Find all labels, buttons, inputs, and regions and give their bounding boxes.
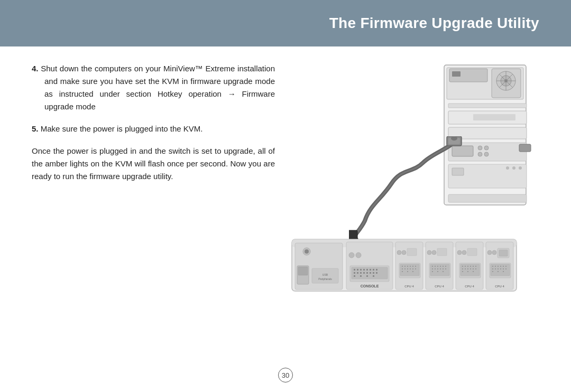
svg-point-112 (432, 250, 436, 255)
svg-point-133 (457, 250, 462, 255)
svg-rect-128 (473, 268, 474, 269)
svg-rect-131 (467, 271, 468, 272)
svg-point-26 (512, 166, 515, 170)
svg-rect-102 (432, 268, 433, 269)
svg-point-134 (462, 250, 466, 255)
svg-text:CONSOLE: CONSOLE (361, 284, 379, 288)
svg-rect-113 (437, 248, 447, 256)
svg-rect-86 (402, 271, 403, 272)
svg-rect-64 (354, 275, 355, 277)
svg-rect-151 (505, 268, 506, 269)
svg-rect-65 (360, 275, 362, 277)
svg-rect-83 (410, 268, 411, 269)
kvm-switch: USB Peripherals CONSOLE (291, 237, 518, 295)
svg-text:CPU 4: CPU 4 (465, 285, 474, 288)
svg-rect-66 (366, 275, 368, 277)
svg-rect-82 (407, 268, 408, 269)
svg-rect-108 (432, 271, 433, 272)
svg-rect-14 (473, 114, 515, 120)
svg-rect-43 (298, 267, 308, 275)
svg-text:Peripherals: Peripherals (318, 277, 332, 281)
svg-rect-51 (363, 269, 365, 270)
svg-rect-62 (373, 272, 374, 274)
svg-rect-119 (465, 266, 466, 267)
svg-rect-11 (452, 71, 461, 77)
illustration-area: USB Peripherals CONSOLE (286, 62, 539, 305)
svg-rect-109 (437, 271, 438, 272)
svg-rect-130 (462, 271, 463, 272)
svg-rect-80 (402, 268, 403, 269)
svg-point-89 (397, 250, 401, 255)
svg-rect-59 (363, 272, 365, 274)
svg-rect-54 (373, 269, 374, 270)
svg-rect-110 (443, 271, 444, 272)
step-4-text: 4. Shut down the computers on your MiniV… (32, 62, 275, 113)
svg-point-155 (487, 250, 492, 255)
svg-point-111 (427, 250, 431, 255)
sub-paragraph: Once the power is plugged in and the swi… (32, 145, 275, 183)
svg-rect-148 (498, 268, 499, 269)
svg-rect-146 (492, 268, 493, 269)
svg-rect-12 (448, 104, 527, 108)
text-section: 4. Shut down the computers on your MiniV… (32, 62, 275, 305)
svg-rect-55 (376, 269, 377, 270)
svg-point-68 (349, 253, 354, 258)
svg-rect-49 (357, 269, 358, 270)
svg-rect-88 (412, 271, 413, 272)
svg-rect-85 (415, 268, 416, 269)
svg-rect-150 (503, 268, 504, 269)
svg-rect-77 (410, 266, 411, 267)
svg-rect-79 (415, 266, 416, 267)
svg-rect-60 (366, 272, 368, 274)
step-5-content: Make sure the power is plugged into the … (41, 124, 203, 133)
svg-rect-104 (437, 268, 438, 269)
step-4-content: Shut down the computers on your MiniView… (41, 64, 275, 111)
svg-rect-91 (407, 248, 417, 256)
svg-point-32 (451, 136, 457, 141)
step-4: 4. Shut down the computers on your MiniV… (32, 62, 275, 113)
svg-rect-105 (440, 268, 441, 269)
svg-point-90 (402, 250, 406, 255)
svg-rect-57 (357, 272, 358, 274)
svg-rect-58 (360, 272, 362, 274)
svg-rect-132 (473, 271, 474, 272)
step-4-number: 4. (32, 64, 39, 73)
svg-rect-125 (465, 268, 466, 269)
header-banner: The Firmware Upgrade Utility (0, 0, 571, 46)
cable-illustration (349, 136, 497, 242)
svg-rect-103 (435, 268, 436, 269)
svg-point-25 (506, 166, 509, 170)
svg-rect-76 (407, 266, 408, 267)
svg-rect-48 (354, 269, 355, 270)
svg-rect-120 (467, 266, 468, 267)
svg-rect-100 (443, 266, 444, 267)
svg-rect-101 (445, 266, 446, 267)
svg-rect-126 (467, 268, 468, 269)
svg-rect-158 (499, 250, 508, 256)
svg-rect-74 (402, 266, 403, 267)
svg-text:CPU 4: CPU 4 (435, 285, 444, 288)
svg-rect-56 (354, 272, 355, 274)
svg-rect-97 (435, 266, 436, 267)
svg-rect-87 (407, 271, 408, 272)
svg-rect-127 (470, 268, 471, 269)
svg-rect-152 (492, 271, 493, 272)
svg-rect-122 (473, 266, 474, 267)
svg-rect-140 (492, 266, 493, 267)
step-5: 5. Make sure the power is plugged into t… (32, 123, 275, 135)
svg-rect-50 (360, 269, 362, 270)
svg-rect-67 (373, 275, 374, 277)
svg-rect-121 (470, 266, 471, 267)
svg-rect-144 (503, 266, 504, 267)
svg-rect-142 (498, 266, 499, 267)
svg-rect-53 (370, 269, 371, 270)
svg-rect-61 (370, 272, 371, 274)
svg-rect-63 (376, 272, 377, 274)
svg-rect-124 (462, 268, 463, 269)
svg-text:CPU 4: CPU 4 (495, 285, 504, 288)
svg-point-38 (305, 249, 309, 254)
svg-rect-118 (462, 266, 463, 267)
page-title: The Firmware Upgrade Utility (329, 15, 539, 32)
svg-text:USB: USB (323, 273, 328, 276)
svg-rect-154 (503, 271, 504, 272)
